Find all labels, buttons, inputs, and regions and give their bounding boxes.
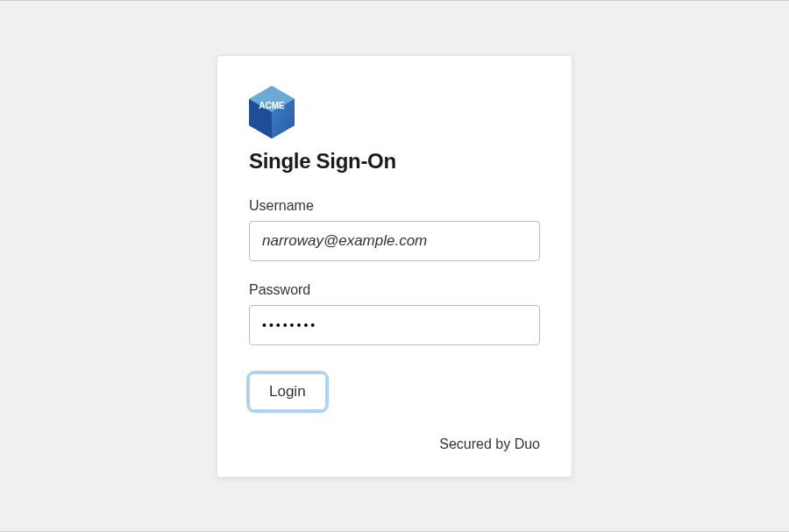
- login-button[interactable]: Login: [249, 373, 326, 410]
- username-group: Username: [249, 198, 540, 261]
- login-card: ACME Single Sign-On Username Password Lo…: [217, 55, 572, 478]
- secured-by-text: Secured by Duo: [249, 436, 540, 452]
- username-label: Username: [249, 198, 540, 214]
- brand-logo: ACME: [249, 86, 540, 138]
- acme-logo-icon: ACME: [249, 86, 295, 138]
- username-input[interactable]: [249, 221, 540, 261]
- svg-text:ACME: ACME: [259, 101, 285, 110]
- page-title: Single Sign-On: [249, 149, 540, 174]
- password-input[interactable]: [249, 305, 540, 345]
- password-label: Password: [249, 282, 540, 298]
- password-group: Password: [249, 282, 540, 345]
